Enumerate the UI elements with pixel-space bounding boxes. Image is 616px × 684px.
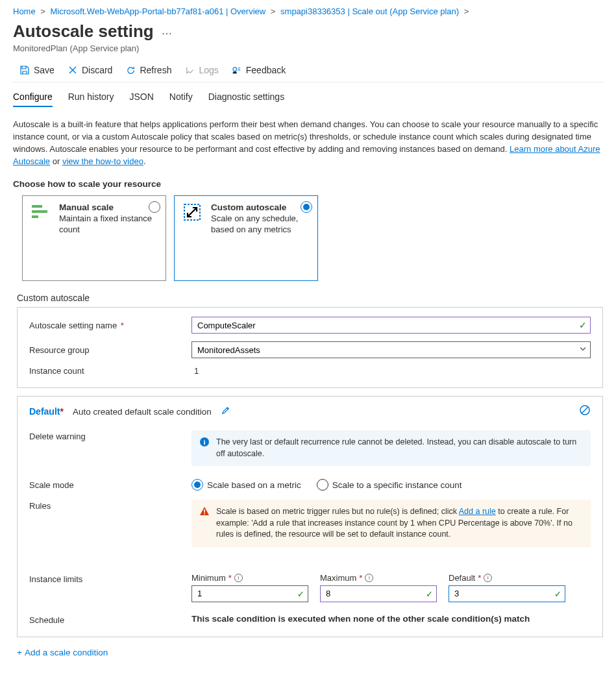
scale-mode-metric-radio[interactable]: Scale based on a metric	[191, 479, 301, 491]
card-desc: Scale on any schedule, based on any metr…	[211, 214, 310, 236]
manual-scale-icon	[31, 202, 53, 225]
svg-rect-9	[204, 513, 205, 515]
minimum-input[interactable]	[191, 585, 308, 602]
discard-button[interactable]: Discard	[61, 62, 119, 78]
instance-limits-label: Instance limits	[29, 573, 191, 602]
radio-unchecked-icon	[317, 479, 328, 491]
info-icon[interactable]: i	[234, 574, 243, 582]
checkmark-icon: ✓	[554, 589, 561, 598]
tab-notify[interactable]: Notify	[169, 88, 193, 107]
chevron-right-icon: >	[464, 6, 469, 16]
page-title: Autoscale setting	[13, 21, 154, 42]
svg-rect-8	[204, 509, 205, 513]
minimum-label: Minimum * i	[191, 573, 308, 583]
setting-name-input[interactable]	[191, 317, 591, 334]
default-condition-panel: Default* Auto created default scale cond…	[17, 396, 603, 637]
logs-button: Logs	[178, 62, 225, 78]
svg-text:i: i	[203, 438, 205, 446]
tab-json[interactable]: JSON	[130, 88, 154, 107]
resource-group-select[interactable]	[191, 341, 591, 358]
tabbar: Configure Run history JSON Notify Diagno…	[13, 88, 603, 107]
refresh-icon	[125, 65, 136, 75]
info-icon[interactable]: i	[484, 574, 492, 582]
rules-label: Rules	[29, 500, 191, 547]
how-to-video-link[interactable]: view the how-to video	[62, 156, 143, 166]
intro-text: Autoscale is a built-in feature that hel…	[13, 119, 603, 167]
warning-icon	[199, 506, 210, 541]
breadcrumb-item[interactable]: Microsoft.Web-WebApp-Portal-bb77af81-a06…	[51, 6, 266, 16]
delete-disabled-icon	[579, 404, 591, 419]
save-button[interactable]: Save	[13, 62, 61, 78]
custom-autoscale-icon	[182, 202, 204, 225]
scale-mode-label: Scale mode	[29, 479, 191, 491]
tab-run-history[interactable]: Run history	[68, 88, 114, 107]
instance-count-value: 1	[191, 366, 199, 376]
setting-name-label: Autoscale setting name *	[29, 321, 191, 330]
toolbar: Save Discard Refresh Logs Feedback	[13, 62, 603, 82]
svg-rect-1	[32, 205, 42, 208]
save-icon	[19, 65, 30, 75]
refresh-button[interactable]: Refresh	[119, 62, 178, 78]
feedback-button[interactable]: Feedback	[225, 62, 292, 78]
close-icon	[68, 65, 78, 75]
checkmark-icon: ✓	[426, 589, 433, 598]
radio-checked-icon	[191, 479, 203, 491]
maximum-label: Maximum * i	[320, 573, 437, 583]
svg-rect-3	[32, 215, 38, 218]
chevron-right-icon: >	[40, 6, 45, 16]
add-scale-condition-button[interactable]: + Add a scale condition	[17, 648, 108, 657]
custom-autoscale-title: Custom autoscale	[17, 293, 603, 303]
default-label: Default * i	[449, 573, 565, 583]
custom-autoscale-panel: Autoscale setting name * ✓ Resource grou…	[17, 307, 603, 388]
card-title: Custom autoscale	[211, 202, 310, 212]
condition-desc: Auto created default scale condition	[73, 407, 212, 417]
tab-configure[interactable]: Configure	[13, 88, 53, 107]
instance-count-label: Instance count	[29, 366, 191, 376]
edit-icon[interactable]	[221, 406, 230, 417]
info-icon: i	[199, 437, 210, 459]
feedback-icon	[232, 65, 242, 75]
svg-rect-2	[32, 210, 47, 213]
tab-diagnostic-settings[interactable]: Diagnostic settings	[208, 88, 285, 107]
add-a-rule-link[interactable]: Add a rule	[459, 507, 496, 516]
delete-warning-label: Delete warning	[29, 430, 191, 466]
checkmark-icon: ✓	[297, 589, 304, 598]
radio-unchecked-icon	[149, 201, 160, 213]
info-icon[interactable]: i	[365, 574, 373, 582]
more-icon[interactable]: ⋯	[162, 27, 172, 42]
scale-mode-specific-radio[interactable]: Scale to a specific instance count	[317, 479, 462, 491]
delete-warning-info: i The very last or default recurrence ru…	[191, 430, 591, 466]
breadcrumb-item[interactable]: smpapi38336353 | Scale out (App Service …	[280, 6, 459, 16]
custom-autoscale-card[interactable]: Custom autoscale Scale on any schedule, …	[174, 195, 318, 281]
chevron-right-icon: >	[271, 6, 276, 16]
breadcrumb-item[interactable]: Home	[13, 6, 36, 16]
logs-icon	[184, 65, 195, 75]
breadcrumb: Home > Microsoft.Web-WebApp-Portal-bb77a…	[13, 0, 603, 20]
maximum-input[interactable]	[320, 585, 437, 602]
card-desc: Maintain a fixed instance count	[59, 214, 158, 236]
radio-checked-icon	[301, 201, 312, 213]
default-input[interactable]	[449, 585, 565, 602]
resource-group-label: Resource group	[29, 345, 191, 355]
svg-point-0	[233, 67, 237, 71]
card-title: Manual scale	[59, 202, 158, 212]
scale-choice-heading: Choose how to scale your resource	[13, 179, 603, 189]
plus-icon: +	[17, 648, 22, 657]
rules-warning: Scale is based on metric trigger rules b…	[191, 500, 591, 547]
schedule-label: Schedule	[29, 614, 191, 625]
manual-scale-card[interactable]: Manual scale Maintain a fixed instance c…	[22, 195, 166, 281]
condition-title: Default*	[29, 406, 64, 417]
schedule-text: This scale condition is executed when no…	[191, 614, 591, 624]
page-subtitle: MonitoredPlan (App Service plan)	[13, 43, 603, 53]
